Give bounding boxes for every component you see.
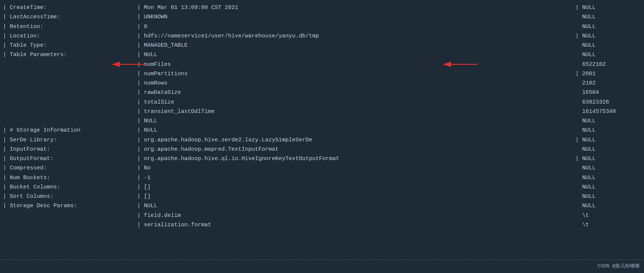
col-value: | org.apache.hadoop.mapred.TextInputForm… [134,145,573,154]
table-row: | LastAccessTime:| UNKNOWN NULL [0,12,644,22]
col-null: \t [573,211,644,220]
col-value: | Mon Mar 01 13:09:00 CST 2021 [134,3,573,12]
table-row: | NULL NULL [0,116,644,126]
table-row: | # Storage Information| NULL NULL [0,126,644,135]
col-null: 2102 [573,79,644,88]
col-null: 1614575340 [573,107,644,116]
hive-describe-table: | CreateTime:| Mon Mar 01 13:09:00 CST 2… [0,3,644,230]
col-null: NULL [573,126,644,135]
table-row: | totalSize 63823326 [0,98,644,107]
col-null: NULL [573,192,644,201]
col-key: | Table Type: [0,41,134,50]
table-row: | rawDataSize 16504 [0,88,644,97]
table-row: | transient_lastDdlTime 1614575340 [0,107,644,116]
col-key: | Storage Desc Params: [0,201,134,211]
col-key [0,88,134,97]
col-value: | NULL [134,50,573,59]
col-value: | NULL [134,116,573,126]
col-value: | No [134,163,573,173]
col-key [0,107,134,116]
col-value: | NULL [134,126,573,135]
col-value: | MANAGED_TABLE [134,41,573,50]
table-row: | CreateTime:| Mon Mar 01 13:09:00 CST 2… [0,3,644,12]
col-key [0,116,134,126]
col-null: NULL [573,201,644,211]
col-value: | numFiles [134,60,573,69]
data-table-container: | CreateTime:| Mon Mar 01 13:09:00 CST 2… [0,3,644,263]
col-null: 6522102 [573,60,644,69]
table-row: | Bucket Columns:| [] NULL [0,182,644,192]
table-row: | Storage Desc Params:| NULL NULL [0,201,644,211]
col-value: | hdfs://nameservice1/user/hive/warehous… [134,31,573,41]
col-key [0,220,134,230]
col-null: NULL [573,182,644,192]
col-key: | # Storage Information [0,126,134,135]
col-key: | Table Parameters: [0,50,134,59]
col-value: | org.apache.hadoop.hive.ql.io.HiveIgnor… [134,154,573,163]
col-value: | rawDataSize [134,88,573,97]
col-value: | NULL [134,201,573,211]
col-null: | NULL [573,154,644,163]
table-row: | Table Parameters:| NULL NULL [0,50,644,59]
col-null: NULL [573,12,644,22]
col-key: | Num Buckets: [0,173,134,182]
col-value: | org.apache.hadoop.hive.serde2.lazy.Laz… [134,135,573,145]
table-row: | InputFormat:| org.apache.hadoop.mapred… [0,145,644,154]
table-row: | serialization.format \t [0,220,644,230]
col-value: | field.delim [134,211,573,220]
arrow-numfiles-right [440,61,485,77]
col-value: | UNKNOWN [134,12,573,22]
col-key [0,211,134,220]
col-key: | Bucket Columns: [0,182,134,192]
col-null: NULL [573,173,644,182]
col-null: 16504 [573,88,644,97]
col-null: | NULL [573,31,644,41]
col-value: | [] [134,192,573,201]
col-null: NULL [573,163,644,173]
table-row: | numRows 2102 [0,79,644,88]
col-null: 63823326 [573,98,644,107]
col-value: | 0 [134,22,573,31]
col-null: NULL [573,50,644,59]
table-row: | OutputFormat:| org.apache.hadoop.hive.… [0,154,644,163]
col-value: | numPartitions [134,69,573,79]
col-null: NULL [573,116,644,126]
col-key: | Retention: [0,22,134,31]
col-null: | NULL [573,135,644,145]
col-null: NULL [573,41,644,50]
table-row: | Sort Columns:| [] NULL [0,192,644,201]
col-key: | Location: [0,31,134,41]
col-key: | Sort Columns: [0,192,134,201]
table-row: | numPartitions| 2001 [0,69,644,79]
table-row: | Table Type:| MANAGED_TABLE NULL [0,41,644,50]
col-value: | [] [134,182,573,192]
col-value: | transient_lastDdlTime [134,107,573,116]
watermark: CSDN @脸儿粉嘟嘟 [598,263,640,269]
col-value: | serialization.format [134,220,573,230]
col-key: | Compressed: [0,163,134,173]
table-row: | numFiles 6522102 [0,60,644,69]
col-value: | -1 [134,173,573,182]
table-row: | Retention:| 0 NULL [0,22,644,31]
table-row: | SerDe Library:| org.apache.hadoop.hive… [0,135,644,145]
col-key: | OutputFormat: [0,154,134,163]
col-null: | 2001 [573,69,644,79]
table-row: | field.delim \t [0,211,644,220]
col-null: NULL [573,22,644,31]
col-key [0,98,134,107]
terminal-window: | CreateTime:| Mon Mar 01 13:09:00 CST 2… [0,0,644,273]
col-null: | NULL [573,3,644,12]
col-value: | totalSize [134,98,573,107]
col-key: | SerDe Library: [0,135,134,145]
table-row: | Location:| hdfs://nameservice1/user/hi… [0,31,644,41]
col-null: NULL [573,145,644,154]
arrow-numfiles-left [109,61,153,77]
col-key: | LastAccessTime: [0,12,134,22]
col-null: \t [573,220,644,230]
table-row: | Compressed:| No NULL [0,163,644,173]
col-key: | CreateTime: [0,3,134,12]
bottom-divider-line [0,260,644,260]
col-key: | InputFormat: [0,145,134,154]
table-row: | Num Buckets:| -1 NULL [0,173,644,182]
col-value: | numRows [134,79,573,88]
